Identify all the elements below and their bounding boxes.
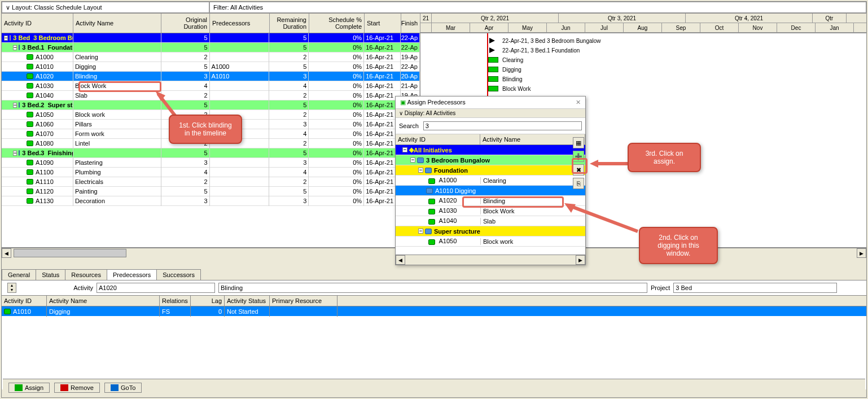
callout-1: 1st. Click blinding in the timeline xyxy=(169,115,242,144)
month-Nov: Nov xyxy=(739,23,777,32)
action-buttons: Assign Remove GoTo xyxy=(3,379,865,396)
gantt-label: Blinding xyxy=(502,76,523,82)
dlg-row-Super structure[interactable]: − Super structure xyxy=(396,226,585,236)
tab-successors[interactable]: Successors xyxy=(156,269,201,280)
dlg-row-A1020[interactable]: A1020 Blinding xyxy=(396,196,585,206)
dialog-title: Assign Predecessors xyxy=(407,99,465,106)
search-input[interactable] xyxy=(423,121,582,130)
activity-row-3 Bed[interactable]: −3 Bed 3 Bedroom Bungalow 5 5 0% 16-Apr-… xyxy=(2,33,420,43)
activity-row-A1100[interactable]: A1100 Plumbing 4 4 0% 16-Apr-21 21-Ap xyxy=(2,168,420,177)
month-Jul: Jul xyxy=(585,23,624,32)
tab-resources[interactable]: Resources xyxy=(65,269,107,280)
sub-col-rel[interactable]: Relations xyxy=(160,296,191,306)
gantt-bar[interactable] xyxy=(488,76,498,82)
activity-row-A1010[interactable]: A1010 Digging 5 A1000 5 0% 16-Apr-21 22-… xyxy=(2,62,420,72)
gantt-q21: 21 xyxy=(420,14,432,23)
activity-row-3 Bed.1[interactable]: −3 Bed.1 Foundation 5 5 0% 16-Apr-21 22-… xyxy=(2,43,420,52)
pred-rel: FS xyxy=(160,306,191,317)
remove-icon-button[interactable]: ✖ xyxy=(573,164,584,176)
activity-row-A1090[interactable]: A1090 Plastering 3 3 0% 16-Apr-21 20-Ap xyxy=(2,158,420,168)
copy-icon[interactable]: ⎘ xyxy=(573,178,584,189)
activity-stepper[interactable]: ▲▼ xyxy=(7,283,16,293)
activity-row-A1110[interactable]: A1110 Electricals 2 2 0% 16-Apr-21 19-Ap xyxy=(2,177,420,187)
col-activity-name[interactable]: Activity Name xyxy=(73,14,161,33)
dlg-col-aid[interactable]: Activity ID xyxy=(396,134,480,144)
sub-col-lag[interactable]: Lag xyxy=(191,296,225,306)
sub-col-stat[interactable]: Activity Status xyxy=(225,296,270,306)
month-Jan: Jan xyxy=(816,23,854,32)
activity-row-A1030[interactable]: A1030 Block Work 4 4 0% 16-Apr-21 21-Ap xyxy=(2,81,420,91)
month-Jun: Jun xyxy=(547,23,585,32)
gantt-label: Clearing xyxy=(502,57,523,63)
dlg-scroll-right[interactable]: ▶ xyxy=(576,255,585,265)
col-finish[interactable]: Finish xyxy=(401,14,420,33)
assign-icon-button[interactable]: ➕ xyxy=(573,151,584,162)
dlg-row-A1030[interactable]: A1030 Block Work xyxy=(396,206,585,216)
remove-button[interactable]: Remove xyxy=(54,383,100,393)
dlg-col-anm[interactable]: Activity Name xyxy=(480,134,585,144)
activity-row-A1000[interactable]: A1000 Clearing 2 2 0% 16-Apr-21 19-Ap xyxy=(2,52,420,62)
dlg-row-A1040[interactable]: A1040 Slab xyxy=(396,216,585,226)
tab-status[interactable]: Status xyxy=(36,269,65,280)
col-sched-pct[interactable]: Schedule % Complete xyxy=(309,14,365,33)
predecessor-row[interactable]: A1010 Digging FS 0 Not Started xyxy=(2,306,866,316)
activity-row-3 Bed.3[interactable]: −3 Bed.3 Finishing 5 5 0% 16-Apr-21 22-A… xyxy=(2,148,420,158)
sub-col-aid[interactable]: Activity ID xyxy=(2,296,47,306)
col-activity-id[interactable]: Activity ID xyxy=(2,14,73,33)
activity-row-A1040[interactable]: A1040 Slab 2 2 0% 16-Apr-21 19-Ap xyxy=(2,91,420,100)
project-field xyxy=(673,283,837,293)
expand-icon[interactable]: ▦ xyxy=(573,137,584,148)
close-icon[interactable]: ✕ xyxy=(576,99,581,106)
detail-tabs: General Status Resources Predecessors Su… xyxy=(2,269,866,280)
sub-col-anm[interactable]: Activity Name xyxy=(47,296,160,306)
activity-row-A1120[interactable]: A1120 Painting 5 5 0% 16-Apr-21 22-Ap xyxy=(2,187,420,196)
dialog-body[interactable]: −◆ All Initiatives− 3 Bedroom Bungalow− … xyxy=(396,145,585,251)
dlg-scroll-left[interactable]: ◀ xyxy=(396,255,405,265)
gantt-label: Digging xyxy=(502,67,521,73)
month-Sep: Sep xyxy=(662,23,700,32)
activity-row-A1020[interactable]: A1020 Blinding 3 A1010 3 0% 16-Apr-21 20… xyxy=(2,72,420,81)
filter-label[interactable]: Filter: All Activities xyxy=(209,2,866,13)
tab-general[interactable]: General xyxy=(2,269,36,280)
month-May: May xyxy=(508,23,547,32)
col-start[interactable]: Start xyxy=(365,14,401,33)
pred-aid: A1010 xyxy=(13,308,31,315)
month-Mar: Mar xyxy=(432,23,470,32)
dlg-row-A1050[interactable]: A1050 Block work xyxy=(396,236,585,247)
tab-predecessors[interactable]: Predecessors xyxy=(107,269,157,280)
col-predecessors[interactable]: Predecessors xyxy=(210,14,270,33)
activity-id-field[interactable] xyxy=(97,283,215,293)
gantt-qr: Qtr xyxy=(813,14,847,23)
layout-label[interactable]: ∨ Layout: Classic Schedule Layout xyxy=(2,2,209,13)
svg-marker-2 xyxy=(590,160,598,168)
dlg-row-3 Bedroom Bungalow[interactable]: − 3 Bedroom Bungalow xyxy=(396,155,585,165)
gantt-label: 22-Apr-21, 3 Bed.1 Foundation xyxy=(502,47,580,54)
predecessor-grid-header: Activity ID Activity Name Relations Lag … xyxy=(2,295,866,306)
gantt-bar[interactable] xyxy=(488,67,498,72)
scroll-left-button[interactable]: ◀ xyxy=(2,248,11,258)
gantt-bar[interactable] xyxy=(488,86,498,91)
col-orig-duration[interactable]: Original Duration xyxy=(161,14,210,33)
dlg-row-Foundation[interactable]: − Foundation xyxy=(396,165,585,176)
activity-row-A1130[interactable]: A1130 Decoration 3 3 0% 16-Apr-21 20-Ap xyxy=(2,196,420,206)
gantt-q3: Qtr 3, 2021 xyxy=(559,14,686,23)
scroll-thumb[interactable] xyxy=(14,249,126,257)
top-info-bar: ∨ Layout: Classic Schedule Layout Filter… xyxy=(2,2,866,14)
dlg-row-Initiatives[interactable]: −◆ All Initiatives xyxy=(396,145,585,155)
gantt-q2: Qtr 2, 2021 xyxy=(432,14,559,23)
goto-button[interactable]: GoTo xyxy=(104,383,142,393)
dialog-display-bar[interactable]: ∨ Display: All Activities xyxy=(396,109,585,118)
dlg-row-A1000[interactable]: A1000 Clearing xyxy=(396,176,585,186)
col-rem-duration[interactable]: Remaining Duration xyxy=(270,14,309,33)
gantt-header: 21 Qtr 2, 2021 Qtr 3, 2021 Qtr 4, 2021 Q… xyxy=(420,14,866,33)
project-label: Project xyxy=(651,284,670,291)
activity-name-field[interactable] xyxy=(218,283,647,293)
activity-row-3 Bed.2[interactable]: −3 Bed.2 Super structure 5 5 0% 16-Apr-2… xyxy=(2,100,420,110)
sub-col-prim[interactable]: Primary Resource xyxy=(270,296,337,306)
dlg-row-Digging[interactable]: A1010 Digging xyxy=(396,186,585,196)
month-Aug: Aug xyxy=(624,23,662,32)
gantt-bar[interactable] xyxy=(488,57,498,63)
month-Oct: Oct xyxy=(700,23,739,32)
assign-button[interactable]: Assign xyxy=(8,383,50,393)
scroll-right-button[interactable]: ▶ xyxy=(857,248,866,258)
